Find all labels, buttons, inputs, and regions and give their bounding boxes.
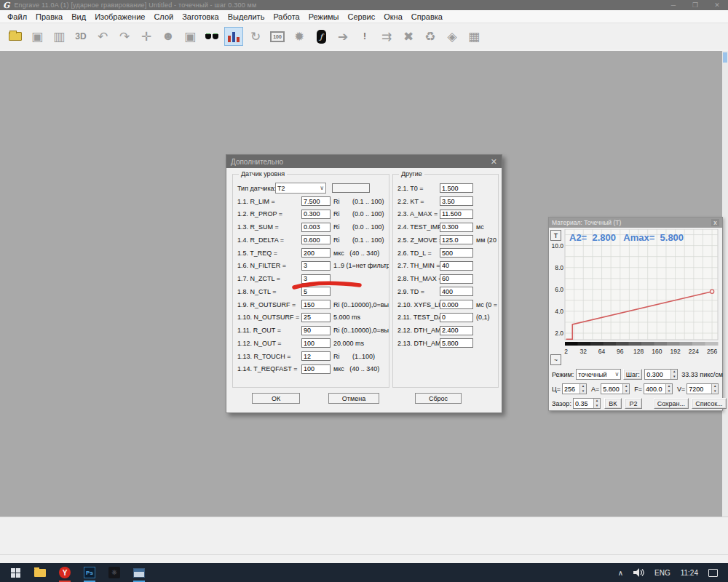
recycle-icon[interactable]: ♻ [421, 27, 440, 46]
step-button[interactable]: Шаг: [623, 369, 642, 380]
v-spinner[interactable]: ▲▼ [687, 383, 719, 394]
p2-button[interactable]: Р2 [625, 398, 642, 409]
menu-item-2[interactable]: Правка [31, 12, 67, 21]
other-param-field-3[interactable] [440, 210, 473, 219]
maximize-button[interactable]: ❐ [684, 1, 706, 9]
menu-item-5[interactable]: Слой [149, 12, 178, 21]
sensor-param-field-14[interactable] [301, 364, 331, 374]
sensor-param-field-3[interactable] [301, 223, 331, 232]
sensor-param-field-2[interactable] [301, 210, 331, 219]
effects-icon[interactable]: ✹ [290, 27, 309, 46]
portrait-icon[interactable]: ☻ [159, 27, 178, 46]
v-input[interactable] [687, 384, 711, 394]
material-t-button[interactable]: Т [550, 230, 561, 241]
other-param-field-9[interactable] [440, 287, 473, 296]
tray-chevron-icon[interactable]: ∧ [618, 569, 623, 577]
taskbar-clock[interactable]: 11:24 [681, 569, 698, 577]
sensor-extra-field[interactable] [332, 183, 370, 193]
other-param-field-10[interactable] [440, 300, 473, 309]
other-param-field-12[interactable] [440, 326, 473, 335]
spin-arrows-icon[interactable]: ▲▼ [711, 384, 718, 394]
reset-button[interactable]: Сброс [415, 393, 462, 404]
menu-item-1[interactable]: Файл [3, 12, 31, 21]
alert-icon[interactable]: ! [355, 27, 374, 46]
open-file-icon[interactable] [6, 27, 25, 46]
a-spinner[interactable]: ▲▼ [601, 383, 630, 394]
yandex-browser-app[interactable]: Y [52, 563, 77, 582]
viewer-app[interactable] [127, 563, 151, 582]
material-panel-titlebar[interactable]: Материал: Точечный (Т) x [549, 218, 722, 228]
other-param-field-8[interactable] [440, 274, 473, 284]
minimize-button[interactable]: ─ [662, 1, 684, 9]
start-button[interactable] [3, 563, 28, 582]
mesh-icon[interactable]: ▦ [464, 27, 483, 46]
sensor-param-field-5[interactable] [301, 248, 331, 258]
sensor-param-field-10[interactable] [301, 313, 331, 322]
gap-input[interactable] [574, 399, 593, 408]
import-pages-icon[interactable]: ▥ [50, 27, 68, 46]
spin-arrows-icon[interactable]: ▲▼ [670, 370, 677, 379]
material-panel-close-icon[interactable]: x [711, 219, 719, 226]
step-spinner[interactable]: ▲▼ [644, 369, 678, 380]
ok-button[interactable]: ОК [252, 393, 300, 404]
other-param-field-1[interactable] [440, 183, 473, 193]
sensor-param-field-1[interactable] [301, 196, 331, 206]
save-material-button[interactable]: Сохран... [654, 398, 689, 409]
close-button[interactable]: ✕ [706, 1, 728, 9]
other-param-field-7[interactable] [440, 261, 473, 271]
explorer-app[interactable] [28, 563, 52, 582]
sensor-param-field-13[interactable] [301, 351, 331, 361]
vertical-scroll-thumb[interactable] [723, 52, 727, 63]
c-input[interactable] [563, 384, 579, 394]
sensor-param-field-4[interactable] [301, 235, 331, 244]
menu-item-3[interactable]: Вид [67, 12, 90, 21]
power-key-icon[interactable]: ƒ [312, 27, 331, 46]
menu-item-4[interactable]: Изображение [90, 12, 149, 21]
menu-item-7[interactable]: Выделить [223, 12, 269, 21]
continue-icon[interactable]: ⇉ [377, 27, 396, 46]
c-spinner[interactable]: ▲▼ [562, 383, 587, 394]
sensor-param-field-9[interactable] [301, 300, 331, 309]
menu-item-8[interactable]: Работа [269, 12, 304, 21]
other-param-field-6[interactable] [440, 248, 473, 258]
move-icon[interactable]: ✛ [137, 27, 156, 46]
vertical-scrollbar[interactable] [722, 51, 728, 517]
wave-button[interactable]: ~ [550, 354, 561, 365]
language-indicator[interactable]: ENG [654, 569, 670, 577]
menu-item-11[interactable]: Окна [379, 12, 407, 21]
start-job-icon[interactable]: ➔ [333, 27, 352, 46]
dialog-close-icon[interactable]: ✕ [491, 157, 497, 167]
histogram-icon[interactable] [224, 27, 243, 46]
other-param-field-13[interactable] [440, 338, 473, 348]
menu-item-6[interactable]: Заготовка [178, 12, 223, 21]
menu-item-10[interactable]: Сервис [344, 12, 380, 21]
cancel-icon[interactable]: ✖ [399, 27, 418, 46]
material-curve-chart[interactable]: 2.04.06.08.010.02326496128160192224256 [550, 229, 721, 367]
notification-center-icon[interactable] [708, 569, 718, 577]
other-param-field-11[interactable] [440, 313, 473, 322]
menu-item-9[interactable]: Режимы [304, 12, 344, 21]
photoshop-app[interactable]: Ps [77, 563, 102, 582]
spin-arrows-icon[interactable]: ▲▼ [665, 384, 672, 394]
save-frame-icon[interactable]: ▣ [181, 27, 199, 46]
f-spinner[interactable]: ▲▼ [644, 383, 673, 394]
cancel-button[interactable]: Отмена [328, 393, 379, 404]
vk-button[interactable]: ВК [604, 398, 622, 409]
engrave-app[interactable]: ❋ [102, 563, 127, 582]
sensor-param-field-11[interactable] [301, 326, 331, 335]
speaker-icon[interactable] [633, 568, 644, 577]
sensor-param-field-12[interactable] [301, 338, 331, 348]
step-input[interactable] [645, 370, 670, 379]
other-param-field-5[interactable] [440, 235, 473, 244]
undo-icon[interactable]: ↶ [93, 27, 112, 46]
spin-arrows-icon[interactable]: ▲▼ [593, 399, 600, 408]
menu-item-12[interactable]: Справка [407, 12, 447, 21]
scale-100-icon[interactable]: 100 [268, 27, 287, 46]
view-3d-icon[interactable]: 3D [71, 27, 90, 46]
other-param-field-4[interactable] [440, 223, 473, 232]
horizontal-scrollbar[interactable] [0, 554, 728, 563]
a-input[interactable] [601, 384, 622, 394]
preview-shades-icon[interactable] [202, 27, 221, 46]
redo-icon[interactable]: ↷ [115, 27, 134, 46]
save-icon[interactable]: ▣ [28, 27, 47, 46]
